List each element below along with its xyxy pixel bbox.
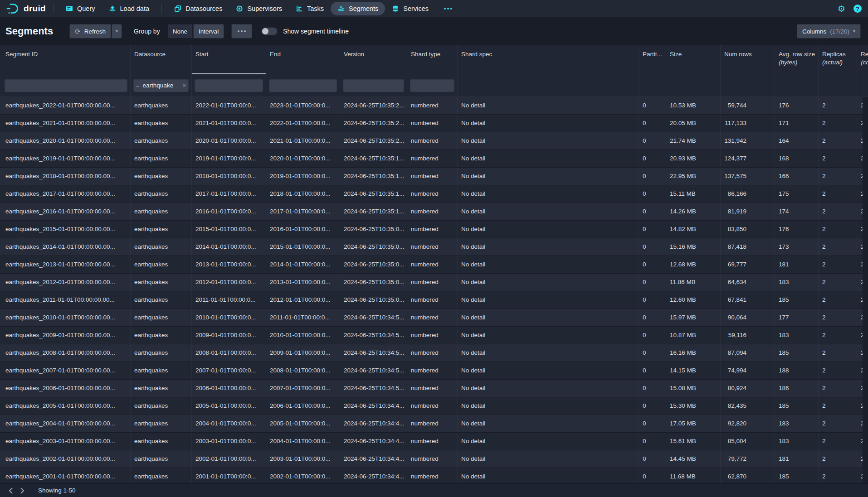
column-header-shard_spec[interactable]: Shard spec — [458, 45, 639, 74]
vertical-scrollbar[interactable] — [863, 97, 868, 483]
column-header-num_rows[interactable]: Num rows — [721, 45, 775, 74]
cell-shard_type: numbered — [407, 397, 458, 415]
nav-label: Tasks — [307, 5, 324, 12]
cell-shard_type: numbered — [407, 221, 458, 238]
column-header-replicas[interactable]: Replicas(actual) — [819, 45, 857, 74]
supervisors-icon — [236, 5, 243, 12]
column-header-segment_id[interactable]: Segment ID — [0, 45, 131, 74]
navbar-divider — [161, 4, 162, 13]
cell-replicas: 2 — [819, 380, 857, 397]
filter-tag-value: earthquake — [143, 82, 180, 89]
cell-datasource: earthquakes — [131, 415, 192, 432]
cell-segment_id[interactable]: earthquakes_2006-01-01T00:00:00.00... — [0, 380, 131, 397]
filter-input-end[interactable] — [269, 79, 337, 92]
druid-logo[interactable]: druid — [6, 3, 46, 14]
nav-item-query[interactable]: Query — [59, 2, 102, 15]
cell-size: 17.05 MB — [666, 415, 721, 432]
previous-page-button[interactable] — [5, 485, 16, 496]
cell-shard_type: numbered — [407, 362, 458, 379]
table-body: earthquakes_2022-01-01T00:00:00.00...ear… — [0, 97, 868, 483]
cell-segment_id[interactable]: earthquakes_2005-01-01T00:00:00.00... — [0, 397, 131, 415]
refresh-rate-dropdown-button[interactable]: ▾ — [112, 24, 122, 39]
nav-item-services[interactable]: Services — [385, 2, 435, 15]
cell-size: 15.30 MB — [666, 397, 721, 415]
cell-segment_id[interactable]: earthquakes_2020-01-01T00:00:00.00... — [0, 132, 131, 150]
cell-segment_id[interactable]: earthquakes_2021-01-01T00:00:00.00... — [0, 115, 131, 132]
group-by-interval-button[interactable]: Interval — [193, 24, 224, 39]
refresh-button[interactable]: ⟳ Refresh — [69, 24, 111, 39]
column-header-end[interactable]: End — [266, 45, 340, 74]
cell-num_rows: 90,064 — [721, 309, 775, 326]
column-header-start[interactable]: Start — [192, 45, 266, 74]
cell-segment_id[interactable]: earthquakes_2015-01-01T00:00:00.00... — [0, 221, 131, 238]
column-header-size[interactable]: Size — [666, 45, 721, 74]
cell-shard_spec: No detail — [458, 203, 639, 220]
segment-timeline-toggle[interactable] — [261, 27, 278, 35]
remove-filter-icon[interactable]: × — [182, 82, 186, 89]
cell-avg_row_size: 176 — [775, 97, 819, 114]
column-label: Replication factor — [861, 51, 868, 58]
columns-count: (17/20) — [830, 28, 849, 35]
cell-shard_spec: No detail — [458, 150, 639, 167]
group-by-button-group: None Interval — [167, 24, 224, 39]
cell-segment_id[interactable]: earthquakes_2002-01-01T00:00:00.00... — [0, 450, 131, 468]
cell-segment_id[interactable]: earthquakes_2019-01-01T00:00:00.00... — [0, 150, 131, 167]
filter-input-datasource[interactable]: =earthquake× — [133, 79, 189, 92]
cell-segment_id[interactable]: earthquakes_2010-01-01T00:00:00.00... — [0, 309, 131, 326]
cell-segment_id[interactable]: earthquakes_2011-01-01T00:00:00.00... — [0, 291, 131, 309]
cell-segment_id[interactable]: earthquakes_2009-01-01T00:00:00.00... — [0, 327, 131, 344]
nav-item-load-data[interactable]: Load data — [102, 2, 156, 15]
cell-segment_id[interactable]: earthquakes_2018-01-01T00:00:00.00... — [0, 168, 131, 185]
cell-end: 2008-01-01T00:00:0... — [266, 362, 340, 379]
nav-label: Datasources — [185, 5, 222, 12]
column-header-avg_row_size[interactable]: Avg. row size(bytes) — [775, 45, 819, 74]
cell-segment_id[interactable]: earthquakes_2012-01-01T00:00:00.00... — [0, 274, 131, 291]
cell-segment_id[interactable]: earthquakes_2001-01-01T00:00:00.00... — [0, 468, 131, 483]
column-header-datasource[interactable]: Datasource — [131, 45, 192, 74]
more-actions-button[interactable] — [231, 24, 252, 39]
filter-input-start[interactable] — [195, 79, 263, 92]
help-icon[interactable]: ? — [853, 5, 862, 13]
filter-input-shard_type[interactable] — [410, 79, 454, 92]
table-row: earthquakes_2011-01-01T00:00:00.00...ear… — [0, 291, 868, 309]
cell-start: 2007-01-01T00:00:0... — [192, 362, 266, 379]
cell-segment_id[interactable]: earthquakes_2014-01-01T00:00:00.00... — [0, 238, 131, 256]
filter-input-segment_id[interactable] — [5, 79, 127, 92]
cell-segment_id[interactable]: earthquakes_2013-01-01T00:00:00.00... — [0, 256, 131, 273]
column-header-version[interactable]: Version — [340, 45, 407, 74]
cell-segment_id[interactable]: earthquakes_2022-01-01T00:00:00.00... — [0, 97, 131, 114]
top-navbar: druid Query Load data Datasources — [0, 0, 868, 17]
equals-operator-icon: = — [136, 82, 140, 89]
filter-input-version[interactable] — [343, 79, 404, 92]
nav-item-more[interactable] — [435, 5, 461, 13]
next-page-button[interactable] — [16, 485, 28, 496]
filter-tag: =earthquake× — [136, 82, 186, 89]
table-row: earthquakes_2006-01-01T00:00:00.00...ear… — [0, 380, 868, 397]
cell-shard_spec: No detail — [458, 380, 639, 397]
column-sublabel: (bytes) — [779, 58, 814, 67]
nav-item-datasources[interactable]: Datasources — [167, 2, 229, 15]
cell-segment_id[interactable]: earthquakes_2017-01-01T00:00:00.00... — [0, 185, 131, 203]
cell-segment_id[interactable]: earthquakes_2016-01-01T00:00:00.00... — [0, 203, 131, 220]
cell-segment_id[interactable]: earthquakes_2004-01-01T00:00:00.00... — [0, 415, 131, 432]
cell-partitioning: 0 — [639, 450, 666, 468]
column-header-shard_type[interactable]: Shard type — [407, 45, 458, 74]
nav-item-segments[interactable]: Segments — [331, 2, 385, 15]
cell-segment_id[interactable]: earthquakes_2008-01-01T00:00:00.00... — [0, 344, 131, 362]
settings-gear-icon[interactable]: ⚙ — [838, 5, 845, 13]
columns-button[interactable]: Columns (17/20) ▾ — [797, 24, 861, 39]
column-header-partitioning[interactable]: Partit... — [639, 45, 666, 74]
cell-avg_row_size: 181 — [775, 256, 819, 273]
cell-num_rows: 59,116 — [721, 327, 775, 344]
column-header-replication_factor[interactable]: Replication factor(configured) — [857, 45, 868, 74]
cell-segment_id[interactable]: earthquakes_2007-01-01T00:00:00.00... — [0, 362, 131, 379]
nav-item-tasks[interactable]: Tasks — [289, 2, 331, 15]
refresh-icon: ⟳ — [75, 28, 81, 35]
cell-start: 2008-01-01T00:00:0... — [192, 344, 266, 362]
cell-segment_id[interactable]: earthquakes_2003-01-01T00:00:00.00... — [0, 433, 131, 450]
nav-item-supervisors[interactable]: Supervisors — [229, 2, 289, 15]
filter-cell-version — [340, 74, 407, 97]
cell-datasource: earthquakes — [131, 203, 192, 220]
group-by-none-button[interactable]: None — [167, 24, 193, 39]
cell-end: 2009-01-01T00:00:0... — [266, 344, 340, 362]
